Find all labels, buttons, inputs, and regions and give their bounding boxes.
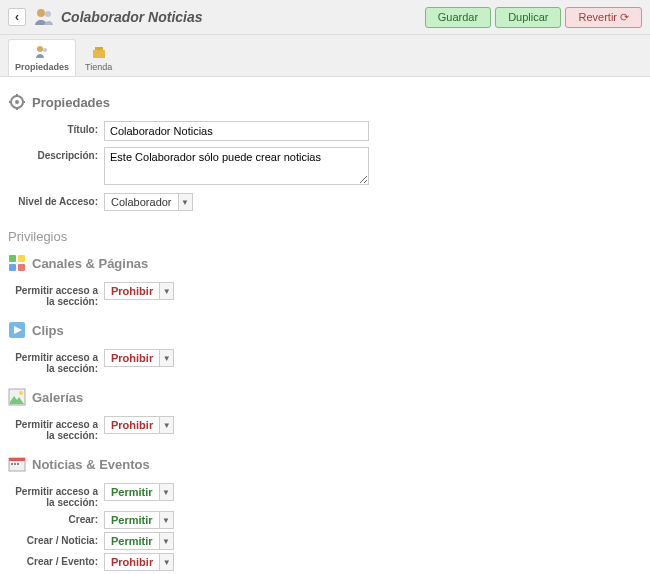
page-title: Colaborador Noticias [61,9,425,25]
gear-icon [8,93,26,111]
section-title: Noticias & Eventos [32,457,150,472]
svg-point-18 [19,391,23,395]
news-create-news-select[interactable]: Permitir▼ [104,532,174,550]
select-value: Prohibir [105,554,159,570]
svg-rect-20 [9,458,25,461]
refresh-icon: ⟳ [620,11,629,24]
title-label: Título: [8,121,104,135]
dropdown-arrow-icon: ▼ [159,417,173,433]
svg-point-3 [43,48,47,52]
galleries-icon [8,388,26,406]
news-icon [8,455,26,473]
description-label: Descripción: [8,147,104,161]
galleries-access-select[interactable]: Prohibir ▼ [104,416,174,434]
dropdown-arrow-icon: ▼ [178,194,192,210]
revert-button[interactable]: Revertir⟳ [565,7,642,28]
allow-access-label: Permitir acceso a la sección: [8,416,104,441]
create-news-label: Crear / Noticia: [8,532,104,546]
select-value: Permitir [105,484,159,500]
dropdown-arrow-icon: ▼ [159,283,173,299]
svg-point-0 [37,9,45,17]
section-title: Propiedades [32,95,110,110]
section-title: Galerías [32,390,83,405]
tab-properties[interactable]: Propiedades [8,39,76,76]
create-label: Crear: [8,511,104,525]
tab-store[interactable]: Tienda [78,39,119,76]
svg-point-1 [45,11,51,17]
users-icon [32,5,56,29]
svg-rect-22 [14,463,16,465]
tab-label: Tienda [85,62,112,72]
section-title: Clips [32,323,64,338]
access-level-label: Nivel de Acceso: [8,193,104,207]
svg-rect-12 [9,255,16,262]
select-value: Permitir [105,512,159,528]
allow-access-label: Permitir acceso a la sección: [8,282,104,307]
title-input[interactable] [104,121,369,141]
svg-rect-23 [17,463,19,465]
back-icon: ‹ [15,10,19,24]
news-create-select[interactable]: Permitir▼ [104,511,174,529]
clips-access-select[interactable]: Prohibir ▼ [104,349,174,367]
svg-rect-21 [11,463,13,465]
section-title: Canales & Páginas [32,256,148,271]
dropdown-arrow-icon: ▼ [159,484,173,500]
svg-rect-14 [9,264,16,271]
svg-rect-5 [95,47,103,50]
channels-access-select[interactable]: Prohibir ▼ [104,282,174,300]
dropdown-arrow-icon: ▼ [159,350,173,366]
description-textarea[interactable]: Este Colaborador sólo puede crear notici… [104,147,369,185]
select-value: Prohibir [105,283,159,299]
save-button[interactable]: Guardar [425,7,491,28]
access-level-select[interactable]: Colaborador ▼ [104,193,193,211]
duplicate-button[interactable]: Duplicar [495,7,561,28]
allow-access-label: Permitir acceso a la sección: [8,483,104,508]
select-value: Permitir [105,533,159,549]
properties-tab-icon [34,44,50,60]
clips-icon [8,321,26,339]
tab-label: Propiedades [15,62,69,72]
channels-icon [8,254,26,272]
create-event-label: Crear / Evento: [8,553,104,567]
news-access-select[interactable]: Permitir▼ [104,483,174,501]
svg-rect-13 [18,255,25,262]
svg-point-2 [37,46,43,52]
dropdown-arrow-icon: ▼ [159,533,173,549]
dropdown-arrow-icon: ▼ [159,554,173,570]
news-create-event-select[interactable]: Prohibir▼ [104,553,174,571]
select-value: Prohibir [105,350,159,366]
svg-point-7 [15,100,19,104]
svg-rect-15 [18,264,25,271]
store-tab-icon [91,44,107,60]
back-button[interactable]: ‹ [8,8,26,26]
select-value: Prohibir [105,417,159,433]
privileges-heading: Privilegios [8,229,642,244]
allow-access-label: Permitir acceso a la sección: [8,349,104,374]
dropdown-arrow-icon: ▼ [159,512,173,528]
select-value: Colaborador [105,194,178,210]
svg-rect-4 [93,50,105,58]
